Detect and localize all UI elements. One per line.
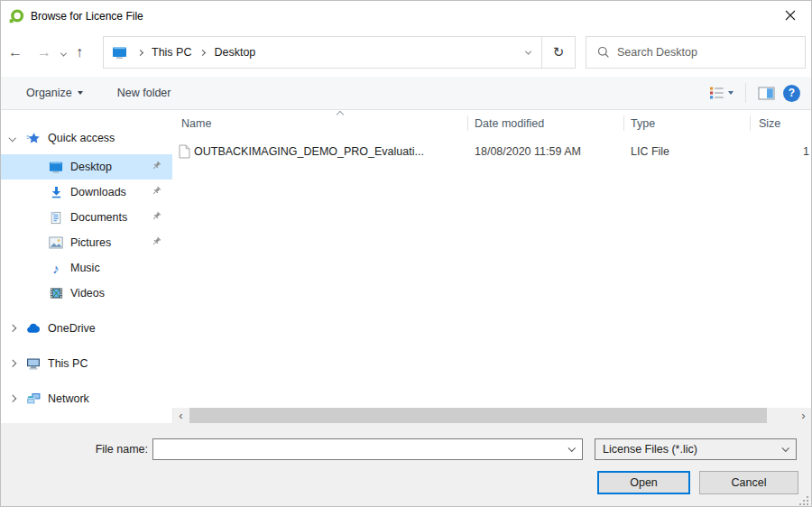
scrollbar-track[interactable] [189, 408, 796, 423]
scroll-right-arrow[interactable]: › [796, 408, 811, 423]
preview-pane-icon [758, 87, 775, 100]
toolbar-separator [745, 83, 746, 103]
new-folder-label: New folder [117, 87, 171, 99]
file-type-select[interactable]: License Files (*.lic) [595, 438, 797, 460]
column-header-size[interactable]: Size [759, 110, 780, 136]
onedrive-cloud-icon [26, 323, 41, 334]
pin-icon [151, 161, 161, 174]
close-button[interactable] [770, 1, 811, 29]
sort-ascending-icon [337, 111, 344, 118]
caret-down-icon [728, 91, 734, 95]
sidebar-item-label: OneDrive [48, 322, 96, 335]
column-header-name[interactable]: Name [181, 110, 211, 136]
organize-button[interactable]: Organize [17, 77, 92, 109]
sidebar-item-quick-access[interactable]: Quick access [1, 125, 172, 151]
address-dropdown-button[interactable] [514, 37, 541, 68]
chevron-down-icon [782, 445, 789, 452]
browse-licence-dialog: Browse for Licence File ← → ↑ This PC De… [0, 0, 812, 507]
breadcrumb-this-pc[interactable]: This PC [148, 46, 195, 59]
column-header-type[interactable]: Type [631, 110, 655, 136]
file-name-dropdown-button[interactable] [562, 439, 582, 459]
pin-icon [151, 211, 161, 225]
toolbar-right-icons: ? [706, 77, 800, 109]
sidebar-item-this-pc[interactable]: This PC [1, 351, 172, 376]
sidebar-item-pictures[interactable]: Pictures [1, 230, 172, 255]
sidebar-item-label: Desktop [70, 161, 112, 173]
file-name-input[interactable] [153, 439, 562, 459]
search-box[interactable] [586, 36, 806, 69]
open-button[interactable]: Open [597, 471, 690, 494]
sidebar-item-label: Pictures [70, 236, 111, 249]
breadcrumb-separator-icon [137, 49, 143, 55]
column-header-date-modified[interactable]: Date modified [475, 110, 544, 136]
sidebar-item-downloads[interactable]: Downloads [1, 180, 172, 205]
search-icon [597, 46, 610, 59]
close-icon [785, 10, 796, 21]
sidebar-item-documents[interactable]: Documents [1, 205, 172, 230]
network-computers-icon [26, 392, 41, 405]
preview-pane-button[interactable] [755, 85, 778, 102]
documents-icon [49, 211, 63, 225]
pin-icon [151, 186, 161, 199]
recent-locations-chevron[interactable] [59, 45, 69, 60]
back-button[interactable]: ← [1, 45, 30, 60]
search-input[interactable] [617, 37, 805, 68]
sidebar-item-network[interactable]: Network [1, 386, 172, 411]
videos-film-icon [49, 287, 63, 300]
command-toolbar: Organize New folder [1, 77, 811, 110]
column-separator[interactable] [467, 115, 468, 131]
breadcrumb-separator-icon [199, 49, 206, 55]
horizontal-scrollbar[interactable]: ‹ › [172, 408, 811, 423]
file-name-label: File name: [37, 443, 148, 456]
breadcrumb-desktop[interactable]: Desktop [210, 46, 259, 59]
tree-expanded-icon[interactable] [9, 134, 16, 142]
tree-collapsed-icon[interactable] [9, 395, 16, 402]
help-button[interactable]: ? [783, 85, 800, 102]
sidebar-item-label: Music [70, 262, 100, 274]
this-pc-monitor-icon [26, 357, 41, 370]
file-type-cell: LIC File [631, 141, 739, 162]
forward-button[interactable]: → [30, 45, 59, 60]
column-separator[interactable] [623, 115, 624, 131]
caret-down-icon [78, 91, 83, 95]
sidebar-item-label: Videos [70, 287, 105, 300]
sidebar-item-label: Quick access [48, 132, 115, 144]
quick-access-star-icon [26, 132, 41, 145]
sidebar-item-music[interactable]: ♪ Music [1, 255, 172, 281]
tree-collapsed-icon[interactable] [9, 360, 16, 367]
downloads-icon [49, 186, 63, 199]
scrollbar-thumb[interactable] [189, 408, 767, 423]
new-folder-button[interactable]: New folder [108, 77, 180, 109]
sidebar-item-videos[interactable]: Videos [1, 281, 172, 306]
music-note-icon: ♪ [49, 262, 63, 275]
resize-grip-icon[interactable] [799, 496, 808, 505]
column-separator[interactable] [750, 115, 751, 131]
sidebar-item-label: Downloads [70, 186, 126, 198]
file-icon [179, 144, 190, 161]
sidebar-item-label: Network [48, 392, 89, 405]
dialog-footer: File name: License Files (*.lic) Open Ca… [1, 423, 811, 507]
up-button[interactable]: ↑ [69, 45, 90, 60]
file-list-pane: Name Date modified Type Size OUTBACKIMAG… [172, 110, 811, 423]
scroll-left-arrow[interactable]: ‹ [173, 408, 189, 423]
file-type-dropdown-button[interactable] [776, 439, 796, 459]
sidebar-item-desktop[interactable]: Desktop [1, 154, 172, 180]
refresh-button[interactable]: ↻ [542, 37, 575, 68]
app-logo-icon [9, 9, 24, 24]
desktop-icon [49, 161, 63, 174]
address-bar[interactable]: This PC Desktop ↻ [103, 36, 576, 69]
list-view-icon [709, 86, 724, 100]
file-name-combobox [152, 438, 583, 460]
organize-label: Organize [26, 87, 72, 99]
sidebar-item-label: Documents [70, 211, 127, 224]
tree-collapsed-icon[interactable] [9, 325, 16, 332]
cancel-button[interactable]: Cancel [699, 471, 798, 494]
file-row[interactable]: OUTBACKIMAGING_DEMO_PRO_Evaluati... 18/0… [172, 141, 811, 162]
chevron-down-icon [524, 48, 531, 54]
file-date-cell: 18/08/2020 11:59 AM [475, 141, 619, 162]
navigation-bar: ← → ↑ This PC Desktop ↻ [1, 32, 811, 77]
pin-icon [151, 236, 161, 250]
main-area: Quick access Desktop Downloads [1, 110, 811, 423]
sidebar-item-onedrive[interactable]: OneDrive [1, 316, 172, 341]
change-view-button[interactable] [706, 84, 736, 102]
